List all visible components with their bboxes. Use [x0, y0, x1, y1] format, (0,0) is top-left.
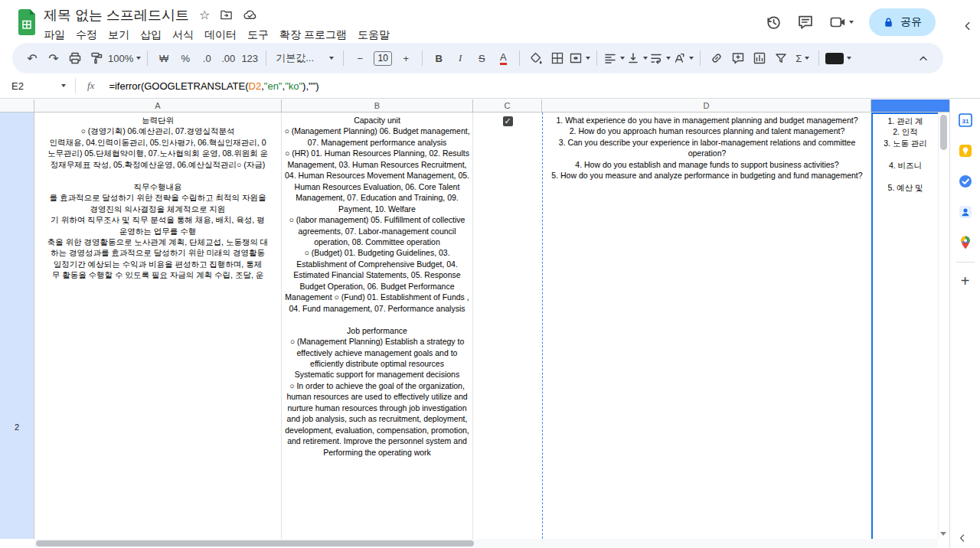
cell-b2[interactable]: Capacity unit ○ (Management Planning) 06… — [282, 113, 473, 539]
spreadsheet-grid: A B C D 2 능력단위 ○ (경영기획) 06.예산관리, 07.경영실적… — [0, 99, 949, 548]
side-panel-divider — [956, 262, 975, 263]
toolbar-divider — [266, 51, 266, 66]
title-area: 제목 없는 스프레드시트 ☆ 파일 수정 보기 삽입 서식 데이터 도구 확장 — [44, 5, 395, 44]
checkbox-checked-icon[interactable]: ✓ — [503, 116, 513, 126]
vertical-scrollbar[interactable] — [938, 113, 948, 539]
row-header-2[interactable]: 2 — [0, 113, 34, 539]
name-box[interactable]: E2 — [0, 80, 75, 92]
cloud-status-icon[interactable] — [243, 8, 257, 22]
menu-file[interactable]: 파일 — [38, 26, 70, 44]
currency-format-button[interactable]: ₩ — [154, 48, 174, 68]
column-header-a[interactable]: A — [34, 99, 282, 113]
fx-icon: fx — [87, 80, 94, 92]
contacts-icon[interactable] — [957, 204, 974, 220]
insert-link-button[interactable] — [707, 48, 727, 68]
cell-d2[interactable]: 1. What experience do you have in manage… — [542, 113, 871, 539]
horizontal-scrollbar[interactable] — [34, 539, 938, 548]
toolbar-collapse-button[interactable] — [913, 48, 933, 68]
zoom-select[interactable]: 100% — [108, 48, 141, 68]
horizontal-align-button[interactable] — [603, 48, 625, 68]
decrease-decimal-button[interactable]: .0 — [197, 48, 217, 68]
menu-help[interactable]: 도움말 — [352, 26, 395, 44]
share-button[interactable]: 공유 — [869, 8, 936, 36]
formula-input[interactable]: =iferror(GOOGLETRANSLATE(D2,"en","ko"),"… — [109, 80, 318, 92]
topbar-actions: 공유 — [765, 8, 936, 36]
chevron-down-icon — [847, 57, 851, 60]
chevron-down-icon — [136, 57, 141, 60]
menu-insert[interactable]: 삽입 — [135, 26, 167, 44]
side-panel: 31 + — [949, 99, 980, 548]
menu-edit[interactable]: 수정 — [70, 26, 103, 44]
formula-string-literal: "en" — [264, 80, 283, 92]
percent-format-button[interactable]: % — [175, 48, 195, 68]
meet-video-icon[interactable] — [829, 14, 854, 31]
select-all-corner[interactable] — [0, 99, 34, 113]
vertical-align-button[interactable] — [626, 48, 648, 68]
chevron-down-icon — [620, 57, 625, 60]
text-color-button[interactable]: A — [493, 48, 513, 68]
maps-icon[interactable] — [957, 234, 974, 251]
calendar-icon[interactable]: 31 — [957, 112, 974, 129]
comments-icon[interactable] — [797, 14, 814, 31]
scroll-down-icon[interactable] — [940, 532, 946, 536]
cell-e2-selected[interactable]: 1. 관리 계 2. 인적 3. 노동 관리 4. 비즈니 5. 예산 및 — [871, 113, 938, 539]
toolbar-divider — [596, 51, 597, 66]
paint-format-button[interactable] — [87, 48, 106, 68]
move-to-folder-icon[interactable] — [220, 8, 233, 21]
increase-font-size-button[interactable]: + — [396, 48, 416, 68]
toolbar-divider — [519, 51, 520, 66]
menu-tools[interactable]: 도구 — [242, 26, 274, 44]
column-header-c[interactable]: C — [473, 99, 542, 113]
decrease-font-size-button[interactable]: − — [350, 48, 370, 68]
tasks-icon[interactable] — [957, 173, 974, 190]
version-history-icon[interactable] — [765, 14, 782, 31]
insert-chart-button[interactable] — [750, 48, 769, 68]
column-header-b[interactable]: B — [282, 99, 473, 113]
star-icon[interactable]: ☆ — [199, 9, 210, 21]
undo-button[interactable]: ↶ — [22, 48, 42, 68]
get-add-ons-plus-icon[interactable]: + — [961, 273, 970, 289]
formula-bar: E2 fx =iferror(GOOGLETRANSLATE(D2,"en","… — [0, 73, 980, 99]
chevron-down-icon — [61, 84, 66, 87]
toolbar-divider — [343, 51, 344, 66]
menu-data[interactable]: 데이터 — [199, 26, 242, 44]
increase-decimal-button[interactable]: .00 — [218, 48, 238, 68]
insert-comment-button[interactable] — [728, 48, 748, 68]
horizontal-scrollbar-thumb[interactable] — [36, 540, 474, 546]
menu-view[interactable]: 보기 — [103, 26, 135, 44]
column-header-e[interactable] — [871, 99, 949, 113]
vertical-scrollbar-thumb[interactable] — [940, 115, 947, 150]
input-tools-button[interactable] — [825, 48, 851, 68]
collapse-panel-chevron-icon[interactable] — [957, 533, 968, 543]
borders-button[interactable] — [547, 48, 567, 68]
toolbar: ↶ ↷ 100% ₩ % .0 .00 123 기본값... − 10 + B … — [12, 43, 943, 73]
formula-bar-divider — [75, 78, 76, 93]
print-button[interactable] — [65, 48, 85, 68]
sheets-logo-icon[interactable] — [16, 8, 38, 36]
fill-color-button[interactable] — [526, 48, 546, 68]
keep-icon[interactable] — [957, 142, 974, 159]
menu-format[interactable]: 서식 — [167, 26, 199, 44]
create-filter-button[interactable] — [771, 48, 791, 68]
text-wrap-button[interactable] — [649, 48, 671, 68]
strikethrough-button[interactable]: S — [472, 48, 492, 68]
font-select[interactable]: 기본값... — [273, 48, 337, 68]
cell-c2[interactable]: ✓ — [473, 113, 542, 539]
merge-cells-button[interactable] — [569, 48, 590, 68]
input-method-swatch — [825, 53, 844, 64]
menu-extensions[interactable]: 확장 프로그램 — [274, 26, 352, 44]
column-header-d[interactable]: D — [542, 99, 871, 113]
document-title[interactable]: 제목 없는 스프레드시트 — [44, 6, 189, 24]
cell-a2[interactable]: 능력단위 ○ (경영기획) 06.예산관리, 07.경영실적분석 인력채용, 0… — [34, 113, 282, 539]
italic-button[interactable]: I — [450, 48, 470, 68]
number-format-button[interactable]: 123 — [240, 48, 260, 68]
functions-button[interactable]: Σ — [792, 48, 812, 68]
redo-button[interactable]: ↷ — [44, 48, 64, 68]
formula-cell-reference: D2 — [249, 80, 262, 92]
font-size-input[interactable]: 10 — [374, 51, 392, 66]
chevron-left-icon[interactable] — [962, 20, 974, 32]
calendar-date-label: 31 — [962, 118, 969, 125]
text-rotation-button[interactable] — [672, 48, 694, 68]
bold-button[interactable]: B — [429, 48, 449, 68]
chevron-down-icon — [805, 57, 809, 60]
